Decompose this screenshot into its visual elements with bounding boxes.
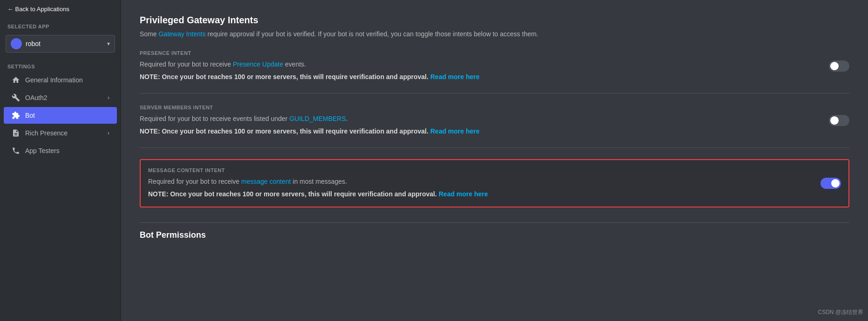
presence-toggle-track — [829, 60, 849, 72]
app-name: robot — [26, 40, 103, 47]
message-content-intent-toggle[interactable] — [821, 178, 841, 189]
sidebar: ← Back to Applications SELECTED APP robo… — [0, 0, 121, 321]
puzzle-icon — [11, 111, 20, 120]
settings-label: SETTINGS — [0, 56, 121, 71]
chevron-right-icon: › — [108, 130, 109, 136]
sidebar-item-rich-presence[interactable]: Rich Presence › — [4, 125, 117, 141]
presence-update-link[interactable]: Presence Update — [233, 60, 283, 68]
sidebar-item-label: General Information — [25, 76, 83, 84]
presence-intent-label: PRESENCE INTENT — [140, 50, 849, 56]
message-content-read-more-link[interactable]: Read more here — [439, 190, 488, 198]
server-members-intent-note: NOTE: Once your bot reaches 100 or more … — [140, 127, 820, 136]
gateway-intents-link[interactable]: Gateway Intents — [158, 30, 205, 38]
main-content: Privileged Gateway Intents Some Gateway … — [121, 0, 868, 321]
presence-intent-desc: Required for your bot to receive Presenc… — [140, 60, 820, 69]
page-description: Some Gateway Intents require approval if… — [140, 29, 849, 39]
sidebar-item-oauth2[interactable]: OAuth2 › — [4, 89, 117, 106]
app-selector-container: robot ▾ — [0, 31, 121, 56]
bot-permissions-title: Bot Permissions — [140, 230, 849, 240]
message-content-toggle-track — [821, 178, 841, 189]
page-title: Privileged Gateway Intents — [140, 15, 849, 26]
message-content-intent-text: Required for your bot to receive message… — [148, 177, 811, 199]
app-selector[interactable]: robot ▾ — [6, 35, 115, 53]
server-members-intent-block: SERVER MEMBERS INTENT Required for your … — [140, 105, 849, 136]
selected-app-label: SELECTED APP — [0, 18, 121, 31]
server-members-toggle-track — [829, 115, 849, 126]
phone-icon — [11, 146, 20, 155]
message-content-link[interactable]: message content — [241, 178, 291, 185]
presence-intent-text: Required for your bot to receive Presenc… — [140, 60, 820, 82]
presence-intent-note: NOTE: Once your bot reaches 100 or more … — [140, 72, 820, 82]
sidebar-item-label: App Testers — [25, 147, 60, 154]
sidebar-item-label: OAuth2 — [25, 94, 47, 101]
sidebar-item-app-testers[interactable]: App Testers — [4, 142, 117, 159]
server-members-read-more-link[interactable]: Read more here — [430, 127, 480, 135]
sidebar-item-general-information[interactable]: General Information — [4, 72, 117, 88]
presence-intent-row: Required for your bot to receive Presenc… — [140, 60, 849, 82]
app-avatar — [11, 38, 22, 49]
presence-toggle-thumb — [830, 62, 839, 70]
sidebar-item-bot[interactable]: Bot — [4, 107, 117, 124]
message-content-toggle-container — [821, 178, 841, 189]
watermark: CSDN @冻结世界 — [818, 308, 863, 316]
message-content-intent-note: NOTE: Once your bot reaches 100 or more … — [148, 189, 811, 199]
home-icon — [11, 75, 20, 85]
page-desc-prefix: Some — [140, 30, 158, 38]
server-members-intent-desc: Required for your bot to receive events … — [140, 114, 820, 124]
presence-toggle-container — [829, 60, 849, 72]
divider-2 — [140, 147, 849, 148]
server-members-toggle-thumb — [830, 116, 839, 125]
divider-1 — [140, 93, 849, 94]
document-icon — [11, 128, 20, 138]
presence-intent-block: PRESENCE INTENT Required for your bot to… — [140, 50, 849, 82]
message-content-intent-desc: Required for your bot to receive message… — [148, 177, 811, 187]
back-to-applications-link[interactable]: ← Back to Applications — [0, 0, 121, 18]
message-content-intent-label: MESSAGE CONTENT INTENT — [148, 167, 841, 173]
bot-permissions-section: Bot Permissions — [140, 222, 849, 240]
chevron-right-icon: › — [108, 94, 109, 101]
message-content-toggle-thumb — [831, 179, 840, 187]
wrench-icon — [11, 93, 20, 102]
message-content-intent-row: Required for your bot to receive message… — [148, 177, 841, 199]
guild-members-link[interactable]: GUILD_MEMBERS — [289, 115, 346, 122]
presence-read-more-link[interactable]: Read more here — [430, 73, 480, 80]
sidebar-item-label: Rich Presence — [25, 129, 68, 137]
server-members-intent-text: Required for your bot to receive events … — [140, 114, 820, 136]
page-desc-suffix: require approval if your bot is verified… — [206, 30, 538, 38]
server-members-intent-label: SERVER MEMBERS INTENT — [140, 105, 849, 110]
server-members-toggle-container — [829, 115, 849, 126]
chevron-down-icon: ▾ — [107, 40, 110, 47]
sidebar-item-label: Bot — [25, 112, 35, 119]
message-content-intent-block: MESSAGE CONTENT INTENT Required for your… — [140, 159, 849, 207]
presence-intent-toggle[interactable] — [829, 60, 849, 72]
server-members-intent-toggle[interactable] — [829, 115, 849, 126]
server-members-intent-row: Required for your bot to receive events … — [140, 114, 849, 136]
